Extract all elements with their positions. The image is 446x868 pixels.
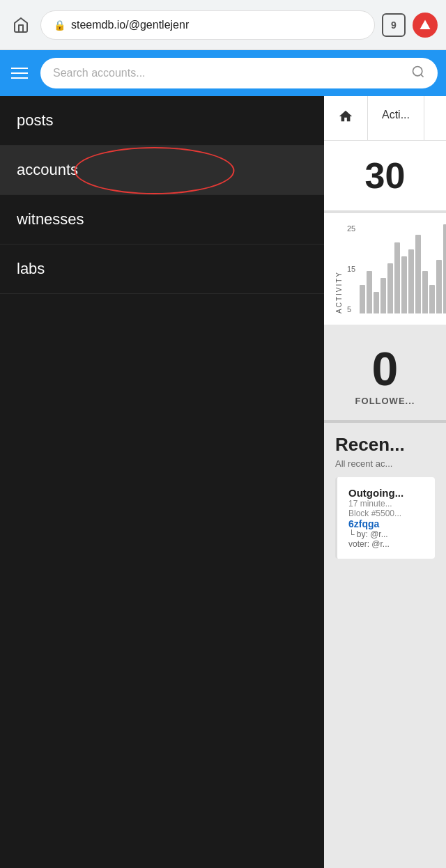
bar [415,235,421,313]
sidebar-item-labs[interactable]: labs [0,245,324,294]
bar [443,224,446,313]
chart-y-label: ACTIVITY [335,271,343,313]
activity-voter: voter: @r... [348,539,424,549]
bar [429,285,435,313]
tab-activity[interactable]: Acti... [368,96,424,140]
main-content: posts accounts witnesses labs [0,96,446,868]
sidebar-item-witnesses[interactable]: witnesses [0,195,324,245]
activity-link[interactable]: 6zfqga [348,518,424,529]
right-panel-content: Acti... 30 ACTIVITY 25 15 5 [324,96,446,575]
svg-point-0 [413,66,422,75]
activity-card: Outgoing... 17 minute... Block #5500... … [335,477,435,559]
bar [401,256,407,313]
recent-title: Recen... [335,434,435,456]
svg-line-1 [421,74,424,77]
sidebar-item-accounts-wrapper: accounts [0,146,324,195]
browser-home-button[interactable] [8,13,33,38]
url-text: steemdb.io/@gentlejenr [71,19,362,31]
bar [374,292,379,313]
activity-type: Outgoing... [348,487,424,499]
bar [367,271,372,313]
recent-subtitle: All recent ac... [335,458,435,469]
chart-y-values: 25 15 5 [347,224,355,313]
search-bar[interactable]: Search accounts... [40,58,438,88]
bar [394,242,400,313]
search-placeholder-text: Search accounts... [53,67,404,79]
bar [387,263,393,313]
browser-chrome: 🔒 steemdb.io/@gentlejenr 9 [0,0,446,50]
tab-home[interactable] [324,96,368,140]
activity-chart: ACTIVITY 25 15 5 [324,213,446,325]
lock-icon: 🔒 [54,20,66,31]
search-icon [411,65,425,82]
stat-block: 30 [324,141,446,213]
address-bar[interactable]: 🔒 steemdb.io/@gentlejenr [40,10,375,40]
stat-number: 30 [338,155,432,196]
hamburger-menu-button[interactable] [8,65,31,82]
sidebar-drawer: posts accounts witnesses labs [0,96,324,868]
right-tabs: Acti... [324,96,446,141]
followers-count: 0 [338,341,432,396]
activity-block: Block #5500... [348,509,424,518]
app-header: Search accounts... [0,50,446,96]
activity-detail: └ by: @r... [348,529,424,539]
chart-bars [360,224,446,313]
bar [436,260,442,313]
recent-section: Recen... All recent ac... Outgoing... 17… [324,423,446,575]
sidebar-item-posts[interactable]: posts [0,96,324,146]
right-panel: Acti... 30 ACTIVITY 25 15 5 [324,96,446,868]
notification-button[interactable] [413,13,438,38]
bar [380,278,386,313]
bar [360,285,365,313]
sidebar-item-accounts[interactable]: accounts [0,146,324,195]
followers-label: FOLLOWE... [338,396,432,406]
bar [422,271,428,313]
followers-block: 0 FOLLOWE... [324,327,446,423]
bar [408,249,414,313]
tab-count-badge[interactable]: 9 [382,13,406,37]
activity-time: 17 minute... [348,499,424,509]
